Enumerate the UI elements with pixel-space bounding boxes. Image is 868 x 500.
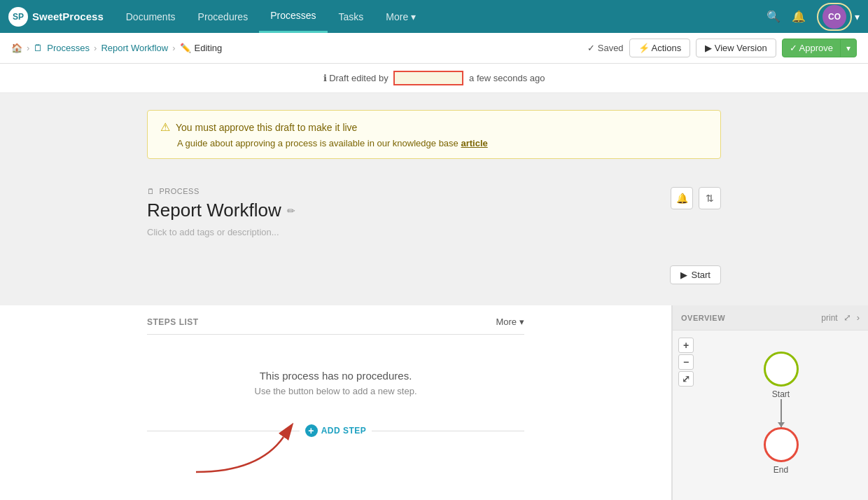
zoom-in-button[interactable]: + <box>678 338 694 353</box>
overview-title: OVERVIEW <box>681 314 725 322</box>
flow-diagram: Start End <box>680 338 861 489</box>
empty-state-sub: Use the button below to add a new step. <box>147 386 524 396</box>
start-button[interactable]: ▶ Start <box>670 265 721 284</box>
process-title-area: 🗒 PROCESS Report Workflow ✏ Click to add… <box>147 187 295 237</box>
logo[interactable]: SP SweetProcess <box>8 7 104 27</box>
warning-title: ⚠ You must approve this draft to make it… <box>160 120 708 134</box>
info-icon: ℹ <box>323 73 327 83</box>
logo-icon: SP <box>8 7 28 27</box>
overview-body: + − ⤢ Start End <box>673 331 868 500</box>
breadcrumb-processes-link[interactable]: Processes <box>47 43 90 53</box>
empty-state: This process has no procedures. Use the … <box>147 349 524 403</box>
approve-dropdown-arrow[interactable]: ▾ <box>840 40 856 57</box>
chevron-down-icon: ▾ <box>855 11 860 22</box>
node-connector <box>780 399 782 427</box>
expand-button[interactable]: ⤢ <box>844 312 851 323</box>
edited-by-box <box>393 71 463 85</box>
top-navigation: SP SweetProcess Documents Procedures Pro… <box>0 0 868 33</box>
process-header: 🗒 PROCESS Report Workflow ✏ Click to add… <box>147 187 721 237</box>
processes-icon: 🗒 <box>34 43 43 53</box>
print-button[interactable]: print <box>821 313 837 323</box>
actions-button[interactable]: ⚡ Actions <box>629 39 691 57</box>
arrow-decoration <box>154 416 308 479</box>
steps-list-header: STEPS LIST More ▾ <box>147 317 524 335</box>
empty-state-title: This process has no procedures. <box>147 370 524 382</box>
avatar-highlight: CO <box>817 3 852 31</box>
editing-label: ✏️ Editing <box>180 43 223 53</box>
next-button[interactable]: › <box>857 312 860 323</box>
approve-main[interactable]: ✓ Approve <box>783 39 840 57</box>
overview-panel: OVERVIEW print ⤢ › + − ⤢ Start <box>672 305 868 500</box>
overview-header: OVERVIEW print ⤢ › <box>673 305 868 331</box>
steps-more-button[interactable]: More ▾ <box>496 317 524 327</box>
start-node-circle <box>764 352 799 387</box>
breadcrumb-actions: ✓ Saved ⚡ Actions ▶ View Version ✓ Appro… <box>587 39 857 57</box>
process-bell-button[interactable]: 🔔 <box>671 187 693 209</box>
warning-text: A guide about approving a process is ava… <box>160 138 708 148</box>
nav-procedures[interactable]: Procedures <box>187 0 260 33</box>
steps-list-panel: STEPS LIST More ▾ This process has no pr… <box>0 305 672 500</box>
warning-icon: ⚠ <box>160 120 170 134</box>
sort-icon: ⇅ <box>706 193 714 204</box>
view-version-button[interactable]: ▶ View Version <box>696 39 776 57</box>
nav-documents[interactable]: Documents <box>115 0 187 33</box>
nav-processes[interactable]: Processes <box>259 0 327 33</box>
chevron-down-icon: ▾ <box>411 11 416 22</box>
avatar-wrapper[interactable]: CO ▾ <box>817 3 860 31</box>
logo-text: SweetProcess <box>32 11 104 22</box>
nav-more[interactable]: More ▾ <box>374 0 427 33</box>
flow-start-node: Start <box>764 352 799 399</box>
nav-icons: 🔍 🔔 CO ▾ <box>766 3 860 31</box>
breadcrumb-bar: 🏠 › 🗒 Processes › Report Workflow › ✏️ E… <box>0 33 868 64</box>
process-label: 🗒 PROCESS <box>147 187 295 195</box>
process-title-edit-icon[interactable]: ✏ <box>287 205 295 216</box>
process-title: Report Workflow ✏ <box>147 200 295 221</box>
knowledge-base-link[interactable]: article <box>461 138 487 148</box>
bell-icon[interactable]: 🔔 <box>792 10 806 23</box>
end-node-circle <box>764 427 799 462</box>
check-icon: ✓ <box>587 43 595 53</box>
start-icon: ▶ <box>680 270 687 280</box>
steps-overview-wrapper: STEPS LIST More ▾ This process has no pr… <box>0 305 868 500</box>
chevron-down-icon: ▾ <box>519 317 524 327</box>
process-sort-button[interactable]: ⇅ <box>699 187 721 209</box>
process-description[interactable]: Click to add tags or description... <box>147 227 295 237</box>
zoom-fit-button[interactable]: ⤢ <box>678 371 694 387</box>
process-info: 🗒 PROCESS Report Workflow ✏ Click to add… <box>0 173 868 305</box>
breadcrumb-report-workflow-link[interactable]: Report Workflow <box>101 43 168 53</box>
nav-tasks[interactable]: Tasks <box>328 0 375 33</box>
flow-end-node: End <box>764 427 799 475</box>
zoom-out-button[interactable]: − <box>678 354 694 370</box>
search-icon[interactable]: 🔍 <box>766 10 780 23</box>
warning-box: ⚠ You must approve this draft to make it… <box>147 110 721 159</box>
process-section-wrapper: ⚠ You must approve this draft to make it… <box>0 93 868 305</box>
pencil-icon: ✏️ <box>180 43 191 53</box>
breadcrumb: 🏠 › 🗒 Processes › Report Workflow › ✏️ E… <box>11 43 222 53</box>
steps-list-title: STEPS LIST <box>147 317 199 327</box>
overview-controls: print ⤢ › <box>821 312 860 323</box>
end-node-label: End <box>774 465 788 475</box>
process-label-icon: 🗒 <box>147 187 155 195</box>
draft-notice: ℹ Draft edited by a few seconds ago <box>0 64 868 93</box>
bell-icon: 🔔 <box>676 193 688 204</box>
avatar: CO <box>822 5 846 29</box>
home-icon[interactable]: 🏠 <box>11 43 22 53</box>
zoom-controls: + − ⤢ <box>678 338 694 387</box>
start-node-label: Start <box>772 389 790 399</box>
approve-button[interactable]: ✓ Approve ▾ <box>782 39 857 57</box>
process-actions: 🔔 ⇅ <box>671 187 721 209</box>
saved-status: ✓ Saved <box>587 43 624 53</box>
